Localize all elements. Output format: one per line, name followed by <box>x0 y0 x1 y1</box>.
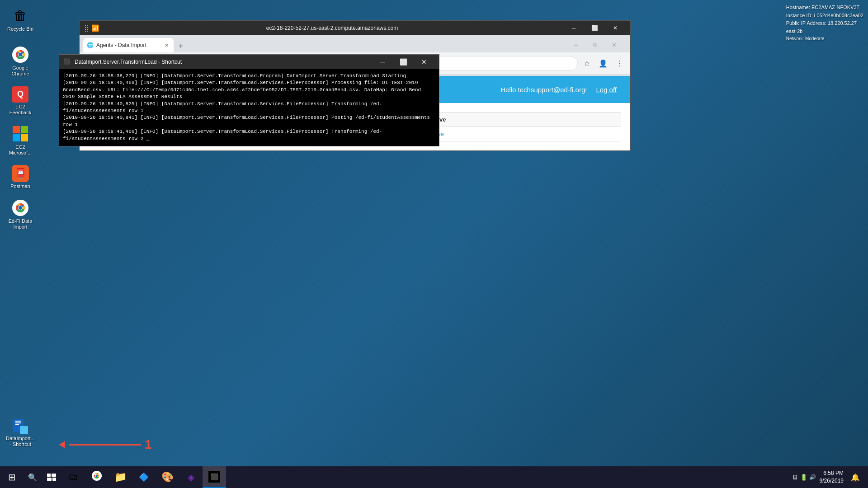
desktop-icons-list: 🗑 Recycle Bin Google Chrome Q <box>0 0 41 237</box>
taskbar-app-explorer[interactable]: 🗂 <box>61 466 85 488</box>
annotation-number: 1 <box>145 437 152 452</box>
svg-rect-14 <box>15 422 21 423</box>
desktop-icon-edfi[interactable]: Ed-Fi Data Import <box>2 197 38 232</box>
terminal-titlebar: ⬛ DataImport.Server.TransformLoad - Shor… <box>59 55 439 69</box>
archive-link[interactable]: Archive <box>419 127 621 141</box>
taskbar-app-paint[interactable]: 🎨 <box>156 466 179 488</box>
search-button[interactable]: 🔍 <box>24 466 42 488</box>
postman-label: Postman <box>10 183 30 189</box>
taskbar: ⊞ 🔍 🗂 <box>0 466 868 488</box>
tab-title: Agents - Data Import <box>96 42 146 48</box>
taskbar-app-files[interactable]: 📁 <box>108 466 132 488</box>
desktop-icon-chrome[interactable]: Google Chrome <box>2 43 38 79</box>
browser-signal-icon: 📶 <box>91 24 99 32</box>
terminal-minimize-button[interactable]: ─ <box>372 55 393 69</box>
taskbar-app-terminal[interactable]: ⬛ <box>203 466 226 488</box>
dataimport-icon <box>11 418 29 436</box>
ec2-microsoft-label: EC2 Microsof... <box>5 144 36 156</box>
network-icon: 🖥 <box>792 474 798 481</box>
taskbar-app-azure[interactable]: 🔷 <box>132 466 156 488</box>
desktop: Hostname: EC2AMAZ-NFOKV3T Instance ID: i… <box>0 0 868 488</box>
terminal-window: ⬛ DataImport.Server.TransformLoad - Shor… <box>59 54 439 146</box>
taskbar-clock[interactable]: 6:58 PM 9/26/2019 <box>820 469 844 485</box>
taskbar-system-tray: 🖥 🔋 🔊 6:58 PM 9/26/2019 🔔 <box>792 466 868 488</box>
svg-rect-19 <box>47 478 52 481</box>
svg-rect-20 <box>52 478 56 481</box>
bookmark-star-button[interactable]: ☆ <box>580 56 594 70</box>
azure-icon: 🔷 <box>139 472 149 482</box>
terminal-line: [2019-09-26 18:58:38,279] [INFO] [DataIm… <box>63 73 435 80</box>
svg-rect-7 <box>21 134 28 141</box>
browser-tab-bar: 🌐 Agents - Data Import ✕ + ─ ⧉ ✕ <box>80 35 630 52</box>
region-label: east-2b <box>786 28 863 36</box>
instance-id-label: Instance ID: i-052d4e0b008c3ea02 <box>786 12 863 20</box>
terminal-taskbar-icon: ⬛ <box>208 470 221 483</box>
desktop-icon-postman[interactable]: 📮 Postman <box>2 163 38 192</box>
browser-tab-active[interactable]: 🌐 Agents - Data Import ✕ <box>83 38 174 52</box>
browser-window-restore[interactable]: ⧉ <box>586 39 604 51</box>
hostname-label: Hostname: EC2AMAZ-NFOKV3T <box>786 4 863 12</box>
svg-rect-13 <box>15 421 21 422</box>
chrome-icon <box>11 46 29 64</box>
ec2-feedback-label: EC2 Feedback <box>5 104 36 116</box>
browser-maximize-button[interactable]: ⬜ <box>584 21 605 35</box>
explorer-icon: 🗂 <box>68 471 78 483</box>
browser-window-close-inner[interactable]: ✕ <box>605 39 623 51</box>
svg-rect-18 <box>52 474 56 477</box>
svg-rect-17 <box>47 474 51 477</box>
ec2-feedback-icon: Q <box>12 86 28 103</box>
ec2-microsoft-icon <box>11 125 29 143</box>
svg-rect-5 <box>21 126 28 133</box>
notification-button[interactable]: 🔔 <box>847 466 863 488</box>
taskbar-app-chrome[interactable] <box>85 466 108 488</box>
recycle-bin-icon: 🗑 <box>11 7 29 25</box>
tab-favicon: 🌐 <box>87 42 94 48</box>
public-ip-label: Public IP Address: 18.220.52.27 <box>786 19 863 28</box>
svg-rect-15 <box>15 424 19 425</box>
vs-icon: ◈ <box>188 472 194 483</box>
header-greeting: Hello techsupport@ed-fi.org! <box>500 86 587 94</box>
task-view-button[interactable] <box>42 466 61 488</box>
desktop-icon-ec2microsoft[interactable]: EC2 Microsof... <box>2 122 38 158</box>
desktop-icon-recycle-bin[interactable]: 🗑 Recycle Bin <box>2 5 38 34</box>
terminal-line: [2019-09-26 18:58:40,466] [INFO] [DataIm… <box>63 80 435 100</box>
browser-minimize-button[interactable]: ─ <box>563 21 584 35</box>
time-display: 6:58 PM <box>820 469 844 477</box>
svg-point-11 <box>19 206 22 210</box>
terminal-window-controls: ─ ⬜ ✕ <box>372 55 434 69</box>
arrow-annotation: 1 <box>59 437 152 452</box>
terminal-close-button[interactable]: ✕ <box>414 55 434 69</box>
terminal-maximize-button[interactable]: ⬜ <box>393 55 414 69</box>
terminal-line: [2019-09-26 18:58:40,825] [INFO] [DataIm… <box>63 101 435 115</box>
menu-button[interactable]: ⋮ <box>612 56 627 70</box>
arrow-line <box>69 444 141 446</box>
svg-rect-6 <box>13 134 20 141</box>
dataimport-label: DataImport... - Shortcut <box>5 436 36 447</box>
desktop-icon-dataimport[interactable]: DataImport... - Shortcut <box>2 415 38 450</box>
browser-window-controls: ─ ⬜ ✕ <box>563 21 626 35</box>
taskbar-apps: 🗂 📁 <box>61 466 792 488</box>
start-button[interactable]: ⊞ <box>0 466 24 488</box>
desktop-icon-ec2feedback[interactable]: Q EC2 Feedback <box>2 84 38 118</box>
network-label: Network: Moderate <box>786 35 863 42</box>
chrome-label: Google Chrome <box>5 65 36 77</box>
paint-icon: 🎨 <box>161 471 174 483</box>
account-button[interactable]: 👤 <box>596 56 610 70</box>
battery-icon: 🔋 <box>800 474 807 481</box>
browser-window-minimize[interactable]: ─ <box>567 39 585 51</box>
svg-rect-16 <box>20 426 28 434</box>
svg-rect-4 <box>13 126 20 133</box>
tab-close-button[interactable]: ✕ <box>163 42 170 49</box>
col-header-archive: Archive <box>419 113 621 127</box>
terminal-title: DataImport.Server.TransformLoad - Shortc… <box>75 59 368 65</box>
browser-close-button[interactable]: ✕ <box>605 21 626 35</box>
terminal-line: [2019-09-26 18:58:40,841] [INFO] [DataIm… <box>63 114 435 128</box>
logoff-button[interactable]: Log off <box>596 86 617 94</box>
system-tray-icons: 🖥 🔋 🔊 <box>792 474 816 481</box>
arrow-head-icon <box>59 441 65 448</box>
date-display: 9/26/2019 <box>820 477 844 485</box>
taskbar-app-vs[interactable]: ◈ <box>179 466 203 488</box>
postman-icon: 📮 <box>12 165 29 182</box>
system-info: Hostname: EC2AMAZ-NFOKV3T Instance ID: i… <box>786 4 863 42</box>
new-tab-button[interactable]: + <box>174 40 188 52</box>
